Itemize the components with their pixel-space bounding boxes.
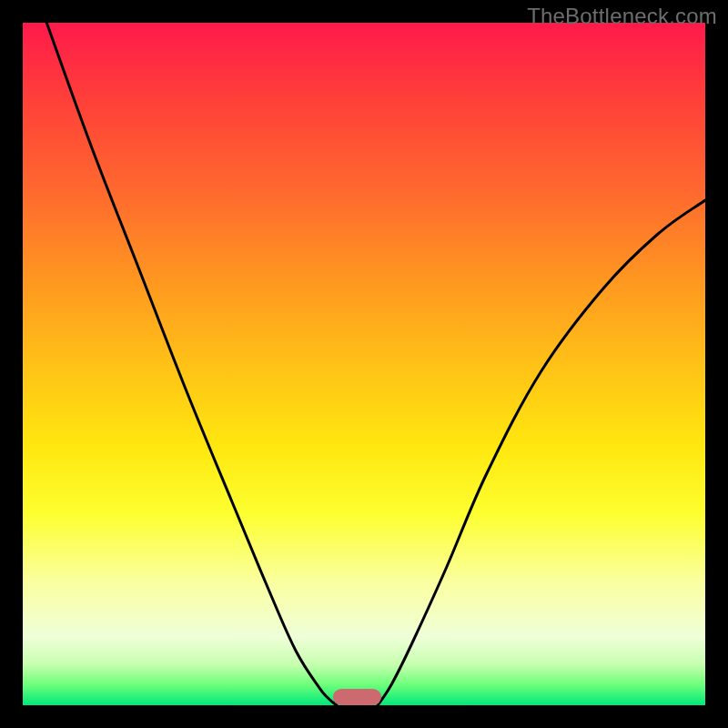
bottleneck-marker (333, 689, 381, 705)
watermark-text: TheBottleneck.com (527, 4, 717, 29)
curve-right (378, 200, 705, 705)
curve-layer (23, 23, 705, 705)
chart-frame (23, 23, 705, 705)
curve-left (46, 23, 337, 705)
